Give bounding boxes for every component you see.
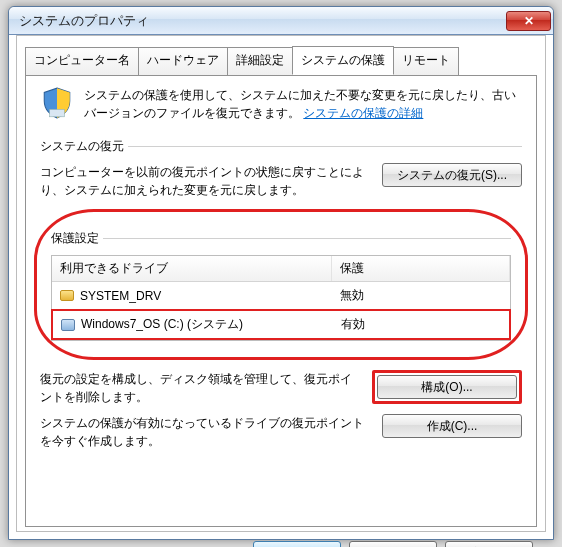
- tab-panel-system-protection: システムの保護を使用して、システムに加えた不要な変更を元に戻したり、古いバージョ…: [25, 75, 537, 527]
- section-system-restore: システムの復元: [40, 138, 522, 155]
- drive-table: 利用できるドライブ 保護 SYSTEM_DRV 無効 Windows7: [51, 255, 511, 341]
- header-status[interactable]: 保護: [332, 256, 510, 281]
- table-row[interactable]: SYSTEM_DRV 無効: [52, 282, 510, 309]
- create-row: システムの保護が有効になっているドライブの復元ポイントを今すぐ作成します。 作成…: [40, 414, 522, 450]
- help-link[interactable]: システムの保護の詳細: [303, 106, 423, 120]
- intro-body: システムの保護を使用して、システムに加えた不要な変更を元に戻したり、古いバージョ…: [84, 88, 516, 120]
- section-title-restore: システムの復元: [40, 138, 124, 155]
- create-desc: システムの保護が有効になっているドライブの復元ポイントを今すぐ作成します。: [40, 414, 370, 450]
- close-button[interactable]: ✕: [506, 11, 551, 31]
- drive-status: 無効: [332, 285, 510, 306]
- system-properties-window: システムのプロパティ ✕ コンピューター名 ハードウェア 詳細設定 システムの保…: [8, 6, 554, 540]
- apply-button[interactable]: 適用(A): [445, 541, 533, 547]
- ok-button[interactable]: OK: [253, 541, 341, 547]
- titlebar[interactable]: システムのプロパティ ✕: [9, 7, 553, 35]
- divider: [103, 238, 511, 239]
- protection-settings-group: 保護設定 利用できるドライブ 保護 SYSTEM_DRV 無効: [34, 209, 528, 360]
- system-restore-button[interactable]: システムの復元(S)...: [382, 163, 522, 187]
- configure-desc: 復元の設定を構成し、ディスク領域を管理して、復元ポイントを削除します。: [40, 370, 360, 406]
- disk-icon: [61, 319, 75, 331]
- svg-rect-0: [50, 109, 65, 116]
- tab-advanced[interactable]: 詳細設定: [227, 47, 293, 76]
- shield-icon: [40, 86, 74, 120]
- header-drive[interactable]: 利用できるドライブ: [52, 256, 332, 281]
- folder-icon: [60, 290, 74, 301]
- restore-desc: コンピューターを以前の復元ポイントの状態に戻すことにより、システムに加えられた変…: [40, 163, 370, 199]
- drive-status: 有効: [333, 314, 509, 335]
- tab-strip: コンピューター名 ハードウェア 詳細設定 システムの保護 リモート: [17, 36, 545, 75]
- drive-name: Windows7_OS (C:) (システム): [81, 316, 243, 333]
- table-row[interactable]: Windows7_OS (C:) (システム) 有効: [51, 309, 511, 340]
- drive-table-header: 利用できるドライブ 保護: [52, 256, 510, 282]
- create-button[interactable]: 作成(C)...: [382, 414, 522, 438]
- tab-hardware[interactable]: ハードウェア: [138, 47, 228, 76]
- section-protection: 保護設定: [51, 230, 511, 247]
- close-icon: ✕: [524, 14, 534, 28]
- section-title-protection: 保護設定: [51, 230, 99, 247]
- restore-row: コンピューターを以前の復元ポイントの状態に戻すことにより、システムに加えられた変…: [40, 163, 522, 199]
- window-title: システムのプロパティ: [19, 12, 506, 30]
- divider: [128, 146, 522, 147]
- configure-row: 復元の設定を構成し、ディスク領域を管理して、復元ポイントを削除します。 構成(O…: [40, 370, 522, 406]
- configure-highlight: 構成(O)...: [372, 370, 522, 404]
- tab-system-protection[interactable]: システムの保護: [292, 46, 394, 75]
- content-area: コンピューター名 ハードウェア 詳細設定 システムの保護 リモート システムの保…: [16, 35, 546, 532]
- intro-block: システムの保護を使用して、システムに加えた不要な変更を元に戻したり、古いバージョ…: [40, 86, 522, 122]
- drive-name: SYSTEM_DRV: [80, 289, 161, 303]
- dialog-footer: OK キャンセル 適用(A): [17, 535, 545, 547]
- cancel-button[interactable]: キャンセル: [349, 541, 437, 547]
- tab-computer-name[interactable]: コンピューター名: [25, 47, 139, 76]
- intro-text: システムの保護を使用して、システムに加えた不要な変更を元に戻したり、古いバージョ…: [84, 86, 522, 122]
- configure-button[interactable]: 構成(O)...: [377, 375, 517, 399]
- tab-remote[interactable]: リモート: [393, 47, 459, 76]
